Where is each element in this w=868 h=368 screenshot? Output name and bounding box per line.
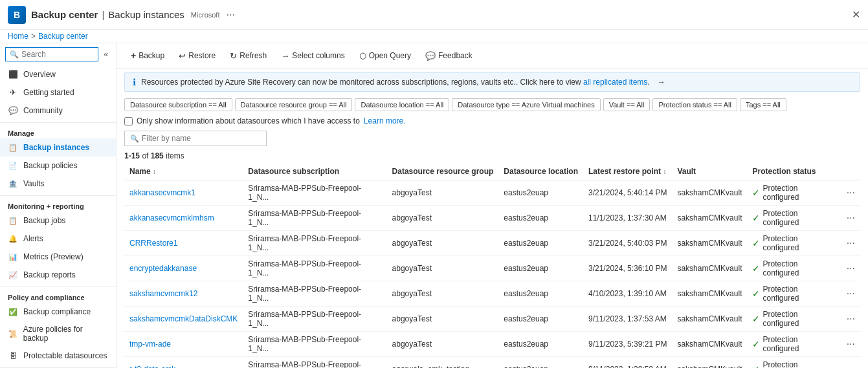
row-name-link[interactable]: encryptedakkanase (129, 264, 197, 273)
sidebar-item-metrics[interactable]: 📊 Metrics (Preview) (0, 248, 116, 266)
cell-restore-point: 9/11/2023, 5:39:21 PM (583, 332, 672, 357)
refresh-button[interactable]: ↻ Refresh (223, 48, 273, 64)
backup-policies-icon: 📄 (8, 160, 18, 171)
cell-name: sakshamcvmcmkDataDiskCMK (124, 307, 243, 332)
filter-datasource-subscription[interactable]: Datasource subscription == All (124, 98, 232, 111)
row-name-link[interactable]: akkanasecvmcmklmhsm (129, 213, 214, 222)
cell-name: sakshamcvmcmk12 (124, 281, 243, 307)
feedback-button[interactable]: 💬 Feedback (419, 48, 479, 64)
table-container: Name ↕ Datasource subscription Datasourc… (117, 163, 868, 368)
col-name: Name ↕ (124, 163, 243, 180)
table-row: tmp-vm-ade Sriramsa-MAB-PPSub-Freepool-1… (124, 332, 860, 357)
cell-row-menu[interactable]: ··· (841, 231, 860, 256)
filter-datasource-location[interactable]: Datasource location == All (355, 98, 449, 111)
protection-status-icon: ✓ (752, 213, 760, 223)
cell-vault: sakshamCMKvault (672, 357, 747, 369)
cell-restore-point: 3/21/2024, 5:40:14 PM (583, 180, 672, 206)
filter-datasource-type[interactable]: Datasource type == Azure Virtual machine… (452, 98, 600, 111)
cell-protection-status: ✓ Protection configured (747, 281, 841, 306)
cell-location: eastus2euap (498, 231, 583, 256)
cell-location: eastus2euap (498, 206, 583, 231)
sidebar-label-backup-jobs: Backup jobs (23, 216, 65, 225)
col-actions (841, 163, 860, 180)
sort-icon-name[interactable]: ↕ (153, 168, 156, 175)
cell-row-menu[interactable]: ··· (841, 357, 860, 369)
azure-policies-icon: 📜 (8, 329, 18, 339)
cell-row-menu[interactable]: ··· (841, 256, 860, 281)
sidebar-item-azure-policies[interactable]: 📜 Azure policies for backup (0, 321, 116, 347)
close-icon[interactable]: ✕ (852, 8, 860, 21)
cell-vault: sakshamCMKvault (672, 231, 747, 256)
info-banner-icon: ℹ (133, 77, 136, 87)
cell-protection-status: ✓ Protection configured (747, 180, 841, 205)
learn-more-link[interactable]: Learn more. (364, 116, 406, 125)
access-checkbox[interactable] (124, 117, 133, 125)
cell-subscription: Sriramsa-MAB-PPSub-Freepool-1_N... (243, 281, 386, 307)
breadcrumb-sep: > (31, 32, 36, 41)
getting-started-icon: ✈ (8, 87, 18, 98)
cell-protection-status: ✓ Protection configured (747, 206, 841, 230)
row-name-link[interactable]: tmp-vm-ade (129, 340, 171, 349)
restore-button[interactable]: ↩ Restore (172, 48, 222, 64)
filter-protection-status[interactable]: Protection status == All (652, 98, 737, 111)
sidebar-label-protectable-datasources: Protectable datasources (23, 351, 107, 360)
row-name-link[interactable]: r-t2-data-cmk (129, 365, 175, 368)
top-bar-dots[interactable]: ··· (226, 9, 234, 21)
sidebar-item-getting-started[interactable]: ✈ Getting started (0, 83, 116, 102)
sidebar-item-vaults[interactable]: 🏦 Vaults (0, 175, 116, 193)
sidebar-item-backup-jobs[interactable]: 📋 Backup jobs (0, 211, 116, 230)
cell-protection-status: ✓ Protection configured (747, 307, 841, 331)
select-columns-icon: → (281, 51, 289, 61)
sidebar-collapse-button[interactable]: « (101, 49, 111, 60)
metrics-icon: 📊 (8, 252, 18, 262)
sidebar-item-backup-instances[interactable]: 📋 Backup instances (0, 138, 116, 157)
cell-row-menu[interactable]: ··· (841, 180, 860, 206)
filter-vault[interactable]: Vault == All (603, 98, 651, 111)
filter-tags[interactable]: Tags == All (740, 98, 786, 111)
sort-icon-restore-point[interactable]: ↕ (663, 168, 666, 175)
col-latest-restore-point: Latest restore point ↕ (583, 163, 672, 180)
cell-subscription: Sriramsa-MAB-PPSub-Freepool-1_N... (243, 332, 386, 357)
sidebar-item-protectable-datasources[interactable]: 🗄 Protectable datasources (0, 347, 116, 365)
sidebar-item-backup-policies[interactable]: 📄 Backup policies (0, 157, 116, 175)
select-columns-button[interactable]: → Select columns (274, 48, 351, 64)
row-name-link[interactable]: sakshamcvmcmkDataDiskCMK (129, 314, 238, 323)
logo-icon: B (8, 6, 26, 24)
breadcrumb-home[interactable]: Home (8, 32, 28, 41)
cell-location: eastus2euap (498, 332, 583, 357)
cell-row-menu[interactable]: ··· (841, 332, 860, 357)
cell-row-menu[interactable]: ··· (841, 281, 860, 307)
sidebar-item-overview[interactable]: ⬛ Overview (0, 65, 116, 83)
cell-row-menu[interactable]: ··· (841, 206, 860, 231)
cell-row-menu[interactable]: ··· (841, 307, 860, 332)
backup-icon: + (131, 50, 136, 61)
info-banner-link[interactable]: all replicated items (583, 78, 647, 87)
row-name-link[interactable]: sakshamcvmcmk12 (129, 289, 197, 298)
search-icon: 🔍 (10, 50, 19, 59)
backup-button[interactable]: + Backup (124, 47, 171, 64)
filter-datasource-resource-group[interactable]: Datasource resource group == All (235, 98, 353, 111)
search-input[interactable] (21, 50, 94, 59)
sidebar-search-wrapper[interactable]: 🔍 (5, 47, 98, 61)
sidebar-item-alerts[interactable]: 🔔 Alerts (0, 230, 116, 248)
cell-resource-group: agarwala_cmk_testing (387, 357, 499, 369)
row-name-link[interactable]: CRRRestore1 (129, 239, 178, 248)
protection-status-icon: ✓ (752, 288, 760, 299)
sidebar-item-backup-compliance[interactable]: ✅ Backup compliance (0, 303, 116, 321)
filter-by-name-input[interactable] (142, 134, 261, 143)
sidebar-item-community[interactable]: 💬 Community (0, 102, 116, 120)
sidebar-label-backup-policies: Backup policies (23, 161, 77, 170)
cell-vault: sakshamCMKvault (672, 180, 747, 206)
cell-location: eastus2euap (498, 281, 583, 307)
cell-name: tmp-vm-ade (124, 332, 243, 357)
checkbox-row: Only show information about datasources … (117, 114, 868, 128)
open-query-button[interactable]: ⬡ Open Query (353, 48, 417, 64)
sidebar-item-backup-reports[interactable]: 📈 Backup reports (0, 266, 116, 284)
content-area: + Backup ↩ Restore ↻ Refresh → Select co… (117, 43, 868, 368)
toolbar: + Backup ↩ Restore ↻ Refresh → Select co… (117, 43, 868, 69)
protection-status-text: Protection configured (762, 360, 836, 368)
breadcrumb-current[interactable]: Backup center (38, 32, 88, 41)
filters-row: Datasource subscription == All Datasourc… (117, 96, 868, 114)
row-name-link[interactable]: akkanasecvmcmk1 (129, 188, 195, 197)
sidebar-divider-1 (0, 122, 116, 123)
